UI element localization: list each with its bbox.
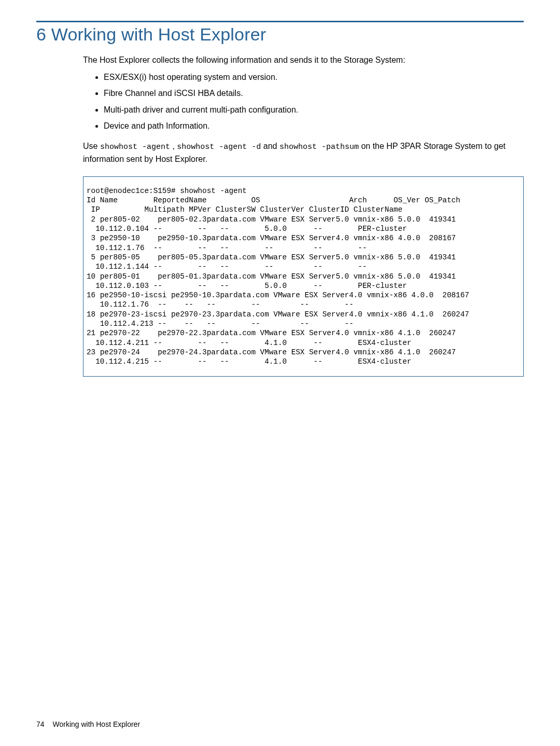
chapter-number: 6 xyxy=(36,24,46,44)
command-text: showhost -agent xyxy=(100,143,170,151)
list-item: ESX/ESX(i) host operating system and ver… xyxy=(104,71,524,83)
chapter-heading: 6 Working with Host Explorer xyxy=(36,24,524,45)
footer-title: Working with Host Explorer xyxy=(52,720,140,728)
text: , xyxy=(170,142,177,150)
text: Use xyxy=(83,142,100,150)
code-block: root@enodec1ce:S159# showhost -agent Id … xyxy=(83,176,524,377)
list-item: Multi-path driver and current multi-path… xyxy=(104,104,524,116)
command-text: showhost -pathsum xyxy=(279,143,359,151)
intro-text: The Host Explorer collects the following… xyxy=(83,54,524,66)
use-sentence: Use showhost -agent , showhost -agent -d… xyxy=(83,140,524,165)
list-item: Device and path Information. xyxy=(104,120,524,132)
page-footer: 74 Working with Host Explorer xyxy=(36,720,140,728)
text: and xyxy=(261,142,279,150)
bullet-list: ESX/ESX(i) host operating system and ver… xyxy=(83,71,524,132)
page-number: 74 xyxy=(36,720,45,728)
command-text: showhost -agent -d xyxy=(177,143,261,151)
list-item: Fibre Channel and iSCSI HBA details. xyxy=(104,87,524,99)
chapter-title: Working with Host Explorer xyxy=(51,24,267,44)
